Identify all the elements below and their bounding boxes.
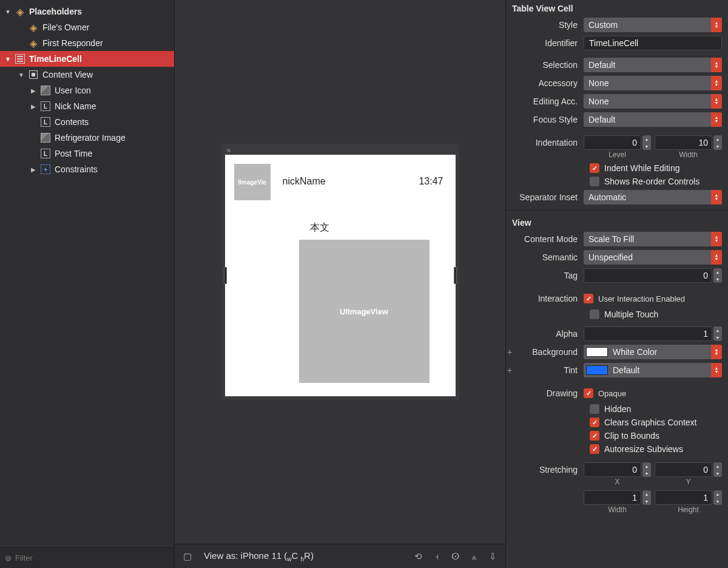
opaque-check[interactable] — [584, 388, 593, 398]
outline-timeline-cell[interactable]: TimeLineCell — [0, 51, 174, 67]
disclosure-icon[interactable] — [5, 56, 11, 63]
disclosure-icon[interactable] — [18, 72, 24, 78]
embed-icon[interactable]: ⇩ — [489, 551, 497, 562]
popup-arrows-icon: ▲▼ — [711, 345, 722, 359]
filter-icon: ⊜ — [5, 553, 12, 563]
stretch-x-field[interactable]: 0 — [584, 462, 641, 477]
stepper[interactable]: ▲▼ — [713, 268, 722, 283]
preview-user-icon[interactable]: IImageVie — [234, 164, 271, 200]
content-mode-popup[interactable]: Scale To Fill▲▼ — [584, 232, 722, 246]
accessory-popup[interactable]: None▲▼ — [584, 76, 722, 90]
canvas: IImageVie nickName 13:47 本文 UIImageView … — [175, 0, 505, 568]
disclosure-spacer — [18, 24, 24, 31]
stepper[interactable]: ▲▼ — [642, 490, 651, 505]
imageview-icon — [40, 132, 51, 143]
outline-content-view[interactable]: Content View — [0, 67, 174, 83]
panel-toggle-icon[interactable]: ▢ — [183, 551, 192, 562]
focus-style-popup[interactable]: Default▲▼ — [584, 112, 722, 127]
stepper[interactable]: ▲▼ — [642, 462, 651, 477]
cell-preview[interactable]: IImageVie nickName 13:47 本文 UIImageView — [225, 155, 456, 396]
indent-width-field[interactable]: 10 — [655, 135, 712, 150]
canvas-area[interactable]: IImageVie nickName 13:47 本文 UIImageView — [175, 0, 505, 544]
resolve-icon[interactable]: ⟁ — [471, 551, 477, 561]
clip-bounds-check[interactable]: Clip to Bounds — [506, 429, 728, 442]
disclosure-icon[interactable] — [30, 87, 36, 94]
outline-label: Placeholders — [29, 7, 174, 16]
popup-arrows-icon: ▲▼ — [711, 112, 722, 127]
disclosure-icon[interactable] — [5, 8, 11, 15]
add-icon[interactable]: + — [507, 347, 512, 357]
stretch-y-field[interactable]: 0 — [655, 462, 712, 477]
user-interaction-check[interactable] — [584, 294, 593, 303]
preview-contents[interactable]: 本文 — [310, 221, 329, 234]
preview-refrigerator-image[interactable]: UIImageView — [299, 240, 430, 383]
label-icon: L — [40, 148, 51, 159]
tint-color-popup[interactable]: Default▲▼ — [584, 363, 722, 377]
disclosure-icon[interactable] — [30, 103, 36, 110]
add-icon[interactable]: + — [507, 365, 512, 375]
outline-refrigerator-image[interactable]: Refrigerator Image — [0, 130, 174, 146]
alpha-field[interactable]: 1 — [584, 326, 712, 341]
align-icon[interactable]: ⫞ — [434, 551, 439, 561]
autoresize-check[interactable]: Autoresize Subviews — [506, 442, 728, 456]
shows-reorder-check[interactable]: Shows Re-order Controls — [506, 175, 728, 188]
popup-arrows-icon: ▲▼ — [711, 76, 722, 90]
checkbox-icon — [590, 163, 599, 173]
editing-acc-popup[interactable]: None▲▼ — [584, 94, 722, 109]
clears-ctx-check[interactable]: Clears Graphics Context — [506, 416, 728, 429]
popup-arrows-icon: ▲▼ — [711, 94, 722, 109]
outline-filter-bar: ⊜ — [0, 547, 174, 568]
outline-nick-name[interactable]: L Nick Name — [0, 98, 174, 114]
identifier-field[interactable] — [584, 36, 722, 50]
cell-icon — [15, 53, 25, 64]
outline-contents[interactable]: L Contents — [0, 114, 174, 130]
resize-handle-right[interactable] — [454, 267, 457, 284]
stepper[interactable]: ▲▼ — [642, 135, 651, 150]
outline-tree[interactable]: ◈ Placeholders ◈ File's Owner ◈ First Re… — [0, 0, 174, 547]
stretch-w-field[interactable]: 1 — [584, 490, 641, 505]
selection-popup[interactable]: Default▲▼ — [584, 58, 722, 72]
tag-field[interactable]: 0 — [584, 268, 712, 283]
imageview-icon — [40, 85, 51, 96]
outline-constraints[interactable]: ✦ Constraints — [0, 161, 174, 177]
preview-nickname[interactable]: nickName — [283, 176, 326, 187]
popup-arrows-icon: ▲▼ — [711, 363, 722, 377]
section-table-view-cell: Table View Cell — [506, 0, 728, 16]
outline-post-time[interactable]: L Post Time — [0, 146, 174, 161]
indent-level-field[interactable]: 0 — [584, 135, 641, 150]
outline-files-owner[interactable]: ◈ File's Owner — [0, 19, 174, 35]
outline-user-icon[interactable]: User Icon — [0, 83, 174, 98]
disclosure-icon[interactable] — [30, 166, 36, 173]
popup-arrows-icon: ▲▼ — [711, 58, 722, 72]
style-popup[interactable]: Custom▲▼ — [584, 18, 722, 32]
indent-while-editing-check[interactable]: Indent While Editing — [506, 161, 728, 175]
label-icon: L — [40, 117, 51, 127]
stretch-h-field[interactable]: 1 — [655, 490, 712, 505]
view-as-button[interactable]: View as: iPhone 11 (wC hR) — [204, 550, 314, 563]
cube-icon: ◈ — [28, 38, 39, 49]
hidden-check-row[interactable]: +Hidden — [506, 402, 728, 416]
checkbox-icon — [590, 404, 599, 414]
checkbox-icon — [590, 309, 599, 319]
background-color-popup[interactable]: White Color▲▼ — [584, 345, 722, 359]
resize-handle-left[interactable] — [224, 267, 227, 284]
preview-post-time[interactable]: 13:47 — [419, 176, 443, 187]
attributes-inspector[interactable]: Table View Cell Style Custom▲▼ Identifie… — [505, 0, 728, 568]
outline-placeholders[interactable]: ◈ Placeholders — [0, 4, 174, 19]
section-view: View — [506, 214, 728, 230]
device-frame: IImageVie nickName 13:47 本文 UIImageView — [221, 144, 459, 400]
pin-icon[interactable]: ⵙ — [451, 551, 459, 562]
stepper[interactable]: ▲▼ — [713, 490, 722, 505]
multiple-touch-check[interactable]: Multiple Touch — [506, 308, 728, 321]
popup-arrows-icon: ▲▼ — [711, 250, 722, 265]
stepper[interactable]: ▲▼ — [713, 135, 722, 150]
semantic-popup[interactable]: Unspecified▲▼ — [584, 250, 722, 265]
stepper[interactable]: ▲▼ — [713, 326, 722, 341]
checkbox-icon — [590, 444, 599, 454]
stepper[interactable]: ▲▼ — [713, 462, 722, 477]
separator-inset-popup[interactable]: Automatic▲▼ — [584, 190, 722, 205]
checkbox-icon — [590, 431, 599, 441]
update-frames-icon[interactable]: ⟲ — [414, 551, 422, 562]
outline-first-responder[interactable]: ◈ First Responder — [0, 35, 174, 51]
outline-filter-input[interactable] — [15, 553, 169, 563]
